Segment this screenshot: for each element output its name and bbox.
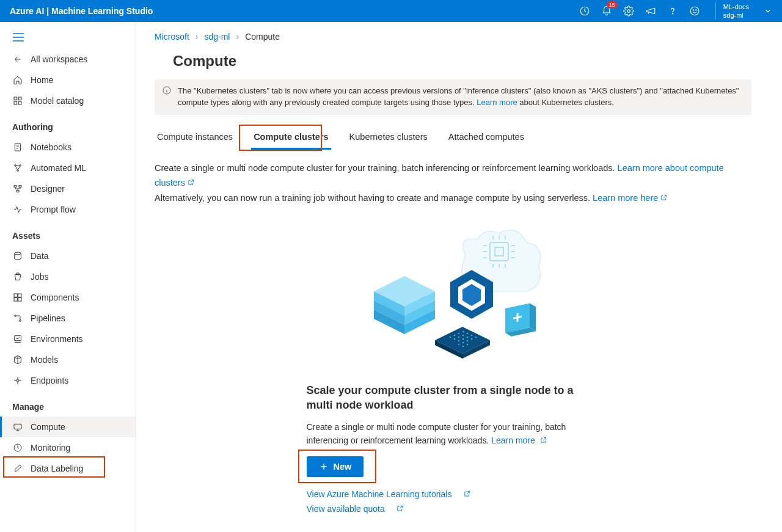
tab-compute-clusters[interactable]: Compute clusters: [251, 126, 331, 150]
svg-point-40: [462, 334, 464, 336]
sidebar-item-label: Prompt flow: [31, 205, 76, 214]
svg-rect-8: [14, 101, 17, 104]
svg-point-12: [20, 165, 21, 167]
svg-point-23: [20, 320, 21, 322]
sidebar-item-home[interactable]: Home: [0, 70, 136, 90]
sidebar-item-endpoints[interactable]: Endpoints: [0, 370, 136, 391]
workspace-selector[interactable]: ML-docs sdg-ml: [715, 2, 749, 20]
sidebar-item-label: Components: [31, 293, 79, 302]
tab-kubernetes-clusters[interactable]: Kubernetes clusters: [347, 126, 430, 150]
sidebar-item-monitoring[interactable]: Monitoring: [0, 437, 136, 458]
help-icon[interactable]: [667, 5, 679, 17]
data-icon: [12, 250, 23, 261]
sidebar-item-notebooks[interactable]: Notebooks: [0, 137, 136, 158]
tabs: Compute instances Compute clusters Kuber…: [155, 126, 751, 150]
svg-point-37: [475, 336, 477, 338]
svg-rect-9: [18, 101, 21, 104]
sidebar-item-pipelines[interactable]: Pipelines: [0, 308, 136, 329]
home-icon: [12, 75, 23, 86]
sidebar-item-label: Data Labeling: [31, 464, 83, 473]
breadcrumb-current: Compute: [245, 32, 280, 42]
empty-state-desc: Create a single or multi node compute cl…: [307, 421, 600, 447]
banner-text: The "Kubernetes clusters" tab is now whe…: [178, 86, 739, 107]
sidebar-item-automated-ml[interactable]: Automated ML: [0, 158, 136, 178]
sidebar-item-jobs[interactable]: Jobs: [0, 266, 136, 287]
sidebar-section-assets: Assets: [0, 220, 136, 246]
svg-point-41: [466, 336, 468, 338]
models-icon: [12, 354, 23, 365]
svg-point-2: [672, 13, 673, 14]
gear-icon[interactable]: [623, 5, 635, 17]
jobs-icon: [12, 271, 23, 282]
new-button[interactable]: New: [307, 456, 364, 477]
sidebar-item-label: Jobs: [31, 272, 49, 282]
svg-rect-26: [14, 424, 21, 429]
sidebar-item-prompt-flow[interactable]: Prompt flow: [0, 199, 136, 220]
endpoints-icon: [12, 375, 23, 386]
sidebar-item-environments[interactable]: Environments: [0, 329, 136, 349]
workspace-sub: sdg-ml: [723, 11, 749, 20]
catalog-icon: [12, 95, 23, 106]
sidebar-item-data-labeling[interactable]: Data Labeling: [0, 458, 136, 479]
banner-link[interactable]: Learn more: [477, 98, 517, 107]
quota-link[interactable]: View available quota: [307, 504, 600, 514]
designer-icon: [12, 183, 23, 194]
svg-point-33: [458, 332, 459, 334]
banner-suffix: about Kubernetes clusters.: [517, 98, 614, 107]
learn-more-link[interactable]: Learn more here: [593, 193, 667, 203]
hamburger-icon[interactable]: [0, 29, 136, 49]
svg-point-35: [466, 332, 468, 334]
info-banner: The "Kubernetes clusters" tab is now whe…: [155, 79, 751, 115]
sidebar-item-designer[interactable]: Designer: [0, 178, 136, 199]
tab-compute-instances[interactable]: Compute instances: [155, 126, 235, 150]
sidebar-section-authoring: Authoring: [0, 111, 136, 137]
chevron-down-icon[interactable]: [764, 7, 772, 15]
pipelines-icon: [12, 313, 23, 324]
sidebar-item-label: Endpoints: [31, 376, 68, 385]
sidebar-section-manage: Manage: [0, 391, 136, 417]
learn-more-link[interactable]: Learn more: [491, 435, 546, 445]
svg-rect-16: [16, 191, 19, 192]
sidebar-item-components[interactable]: Components: [0, 287, 136, 308]
svg-point-17: [15, 252, 21, 255]
arrow-left-icon: [12, 54, 23, 65]
svg-point-22: [15, 315, 16, 317]
sidebar: All workspaces Home Model catalog Author…: [0, 22, 136, 532]
tab-description: Create a single or multi node compute cl…: [155, 161, 751, 206]
notebook-icon: [12, 142, 23, 153]
sidebar-item-label: Home: [31, 75, 53, 85]
svg-rect-14: [14, 186, 16, 188]
page-title: Compute: [173, 53, 751, 70]
sidebar-item-compute[interactable]: Compute: [0, 417, 136, 437]
svg-point-1: [627, 10, 630, 13]
sidebar-item-models[interactable]: Models: [0, 349, 136, 370]
smile-icon[interactable]: [689, 5, 701, 17]
tutorials-link[interactable]: View Azure Machine Learning tutorials: [307, 489, 600, 499]
svg-point-34: [462, 330, 464, 332]
breadcrumb-link[interactable]: sdg-ml: [204, 32, 230, 42]
breadcrumb-link[interactable]: Microsoft: [155, 32, 189, 42]
clock-icon[interactable]: [579, 5, 591, 17]
svg-point-48: [466, 343, 468, 345]
sidebar-item-label: Designer: [31, 184, 65, 194]
megaphone-icon[interactable]: [645, 5, 657, 17]
svg-point-36: [470, 334, 472, 336]
sidebar-item-data[interactable]: Data: [0, 246, 136, 266]
svg-point-13: [17, 170, 19, 172]
new-button-label: New: [334, 462, 352, 472]
svg-rect-20: [14, 298, 17, 301]
svg-rect-19: [18, 294, 21, 297]
svg-point-42: [470, 338, 472, 340]
components-icon: [12, 292, 23, 303]
tab-attached-computes[interactable]: Attached computes: [446, 126, 527, 150]
notification-badge: 15: [607, 1, 618, 9]
svg-rect-18: [14, 294, 17, 297]
sidebar-item-label: All workspaces: [31, 54, 87, 64]
bell-icon[interactable]: 15: [601, 5, 613, 17]
svg-rect-21: [18, 298, 21, 301]
sidebar-item-all-workspaces[interactable]: All workspaces: [0, 49, 136, 70]
sidebar-item-label: Compute: [31, 422, 65, 432]
empty-state-title: Scale your compute cluster from a single…: [307, 383, 600, 413]
sidebar-item-model-catalog[interactable]: Model catalog: [0, 90, 136, 111]
chevron-right-icon: ›: [196, 32, 199, 42]
